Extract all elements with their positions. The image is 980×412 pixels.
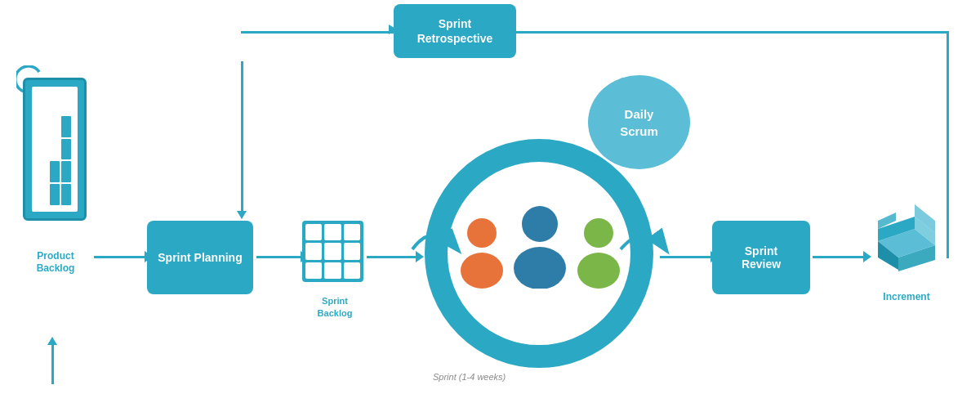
person-green-icon <box>574 215 623 289</box>
scrum-diagram: Product Backlog Sprint Planning Sprint R… <box>0 0 980 412</box>
top-line-right <box>516 31 949 34</box>
backlog-card <box>23 78 87 221</box>
sprint-review-box: Sprint Review <box>712 221 810 294</box>
arrow-to-sprint-cycle <box>367 251 424 262</box>
product-backlog-label: Product Backlog <box>15 250 96 275</box>
svg-point-1 <box>467 218 497 248</box>
sprint-backlog-element: Sprint Backlog <box>302 221 363 294</box>
arrow-to-sprint-planning <box>94 251 153 262</box>
svg-point-6 <box>577 253 620 289</box>
increment-box-icon <box>866 204 947 286</box>
sprint-planning-box: Sprint Planning <box>147 221 253 294</box>
sprint-retrospective-box: Sprint Retrospective <box>394 4 516 58</box>
input-arrow <box>51 343 54 384</box>
sprint-backlog-label: Sprint Backlog <box>298 295 372 319</box>
sprint-backlog-grid <box>302 221 363 282</box>
svg-point-2 <box>461 253 503 289</box>
team-people <box>457 203 623 289</box>
top-line-left <box>241 31 394 34</box>
arrow-to-sprint-review <box>660 251 719 262</box>
product-backlog-element: Product Backlog <box>23 78 96 241</box>
svg-point-4 <box>514 247 566 289</box>
daily-scrum-bubble: Daily Scrum <box>588 75 690 169</box>
arrow-to-increment <box>813 251 871 262</box>
arrow-to-sprint-backlog <box>256 251 309 262</box>
sprint-duration-label: Sprint (1-4 weeks) <box>433 372 506 382</box>
increment-label: Increment <box>866 291 947 302</box>
increment-element: Increment <box>866 204 947 302</box>
person-orange-icon <box>457 215 506 289</box>
person-blue-icon <box>510 203 571 289</box>
svg-point-5 <box>584 218 613 248</box>
retro-down-arrow <box>241 61 243 213</box>
svg-point-3 <box>522 206 558 242</box>
